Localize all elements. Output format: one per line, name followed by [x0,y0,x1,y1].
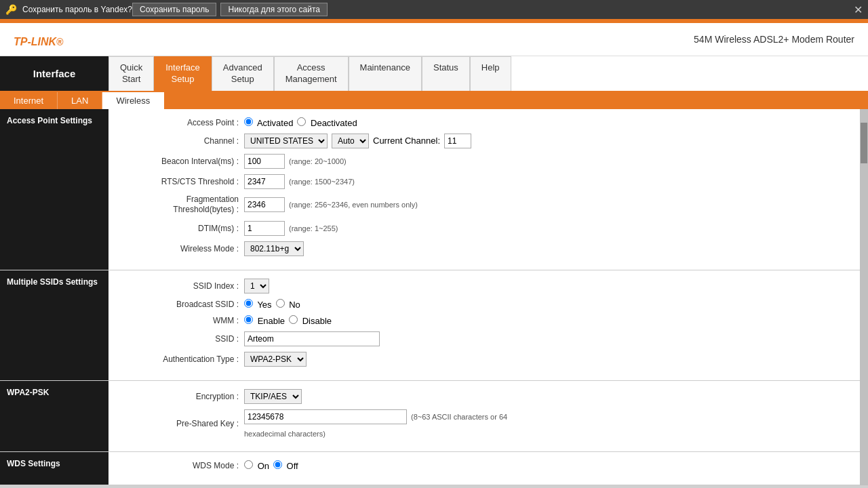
save-password-button[interactable]: Сохранить пароль [132,3,216,16]
beacon-interval-label: Beacon Interval(ms) : [122,157,244,166]
access-point-content: Access Point : Activated Deactivated Ch [108,109,860,270]
pre-shared-key-value: (8~63 ASCII characters or 64 hexadecimal… [244,409,507,438]
rts-input[interactable] [244,174,285,189]
broadcast-yes-label[interactable]: Yes [244,299,272,310]
wmm-row: WMM : Enable Disable [122,315,846,326]
wds-mode-value: On Off [244,460,298,471]
nav-status[interactable]: Status [422,56,470,91]
browser-password-bar: 🔑 Сохранить пароль в Yandex? Сохранить п… [0,0,868,19]
ssid-index-label: SSID Index : [122,281,244,291]
wds-off-label[interactable]: Off [273,460,298,471]
deactivated-radio-label[interactable]: Deactivated [297,117,357,128]
ssid-index-row: SSID Index : 1 [122,279,846,293]
broadcast-ssid-value: Yes No [244,299,300,310]
subnav-wireless[interactable]: Wireless [102,92,164,109]
subnav-lan[interactable]: LAN [58,92,102,109]
channel-country-select[interactable]: UNITED STATES [244,134,328,148]
ssid-value [244,331,380,346]
beacon-interval-row: Beacon Interval(ms) : (range: 20~1000) [122,154,846,169]
wmm-disable-radio[interactable] [289,315,298,324]
nav-maintenance[interactable]: Maintenance [349,56,422,91]
wmm-value: Enable Disable [244,315,332,326]
wds-mode-row: WDS Mode : On Off [122,460,846,471]
wireless-mode-select[interactable]: 802.11b+g [244,241,304,256]
wds-section: WDS Settings WDS Mode : On Off [0,452,860,485]
nav-interface-setup[interactable]: InterfaceSetup [154,56,212,91]
ssid-row: SSID : [122,331,846,346]
access-point-label: Access Point Settings [0,109,108,270]
activated-radio[interactable] [244,117,253,126]
broadcast-no-radio[interactable] [276,299,285,308]
frag-label: FragmentationThreshold(bytes) : [122,195,244,216]
auth-type-row: Authentication Type : WPA2-PSK [122,352,846,367]
access-point-row: Access Point : Activated Deactivated [122,117,846,128]
channel-row: Channel : UNITED STATES Auto Current Cha… [122,134,846,148]
wpa2-psk-label: WPA2-PSK [0,381,108,451]
encryption-select[interactable]: TKIP/AES [244,389,302,404]
auth-type-label: Authentication Type : [122,354,244,364]
main-navigation: Interface QuickStart InterfaceSetup Adva… [0,56,868,91]
save-password-text: Сохранить пароль в Yandex? [22,5,132,14]
pre-shared-key-row: Pre-Shared Key : (8~63 ASCII characters … [122,409,846,438]
nav-help[interactable]: Help [470,56,511,91]
wds-off-radio[interactable] [273,460,282,469]
wpa2-psk-content: Encryption : TKIP/AES Pre-Shared Key : (… [108,381,860,451]
broadcast-yes-radio[interactable] [244,299,253,308]
ssid-label: SSID : [122,334,244,344]
access-point-section: Access Point Settings Access Point : Act… [0,109,860,270]
access-point-field-value: Activated Deactivated [244,117,357,128]
never-save-button[interactable]: Никогда для этого сайта [220,3,328,16]
ssid-input[interactable] [244,331,380,346]
multiple-ssids-label: Multiple SSIDs Settings [0,270,108,380]
wmm-label: WMM : [122,316,244,325]
ssid-index-select[interactable]: 1 [244,279,269,293]
subnav-internet[interactable]: Internet [0,92,58,109]
wireless-mode-value: 802.11b+g [244,241,304,256]
dtim-row: DTIM(ms) : (range: 1~255) [122,221,846,236]
dtim-label: DTIM(ms) : [122,224,244,233]
current-channel-input[interactable] [444,134,471,148]
access-point-field-label: Access Point : [122,118,244,127]
channel-value: UNITED STATES Auto Current Channel: [244,134,471,148]
nav-container: Interface QuickStart InterfaceSetup Adva… [0,56,868,109]
encryption-value: TKIP/AES [244,389,302,404]
dtim-input[interactable] [244,221,285,236]
ssid-index-value: 1 [244,279,269,293]
frag-row: FragmentationThreshold(bytes) : (range: … [122,195,846,216]
wmm-enable-label[interactable]: Enable [244,315,285,326]
auth-type-select[interactable]: WPA2-PSK [244,352,307,367]
close-bar-button[interactable]: ✕ [854,3,863,16]
tp-link-logo: TP-LINK® [14,28,63,50]
wds-on-label[interactable]: On [244,460,269,471]
pre-shared-key-label: Pre-Shared Key : [122,419,244,428]
pre-shared-key-input[interactable] [244,409,407,424]
nav-quick-start[interactable]: QuickStart [108,56,154,91]
broadcast-no-label[interactable]: No [276,299,300,310]
main-content: Access Point Settings Access Point : Act… [0,109,860,485]
scrollbar-thumb[interactable] [861,123,867,163]
wds-mode-label: WDS Mode : [122,461,244,470]
nav-access-management[interactable]: AccessManagement [274,56,349,91]
encryption-label: Encryption : [122,392,244,401]
wmm-disable-label[interactable]: Disable [289,315,332,326]
wmm-enable-radio[interactable] [244,315,253,324]
page-header: TP-LINK® 54M Wireless ADSL2+ Modem Route… [0,23,868,56]
activated-radio-label[interactable]: Activated [244,117,293,128]
rts-value: (range: 1500~2347) [244,174,355,189]
frag-input[interactable] [244,197,285,212]
device-name: 54M Wireless ADSL2+ Modem Router [694,34,854,45]
scrollbar[interactable] [860,109,868,485]
channel-label: Channel : [122,136,244,146]
deactivated-radio[interactable] [297,117,306,126]
dtim-value: (range: 1~255) [244,221,338,236]
nav-brand: Interface [0,56,108,91]
wds-on-radio[interactable] [244,460,253,469]
content-wrapper: Access Point Settings Access Point : Act… [0,109,868,485]
broadcast-ssid-row: Broadcast SSID : Yes No [122,299,846,310]
wds-label: WDS Settings [0,452,108,485]
beacon-interval-input[interactable] [244,154,285,169]
wpa2-psk-section: WPA2-PSK Encryption : TKIP/AES Pre-Share… [0,381,860,452]
channel-auto-select[interactable]: Auto [332,134,369,148]
nav-advanced-setup[interactable]: AdvancedSetup [212,56,274,91]
wds-content: WDS Mode : On Off [108,452,860,485]
